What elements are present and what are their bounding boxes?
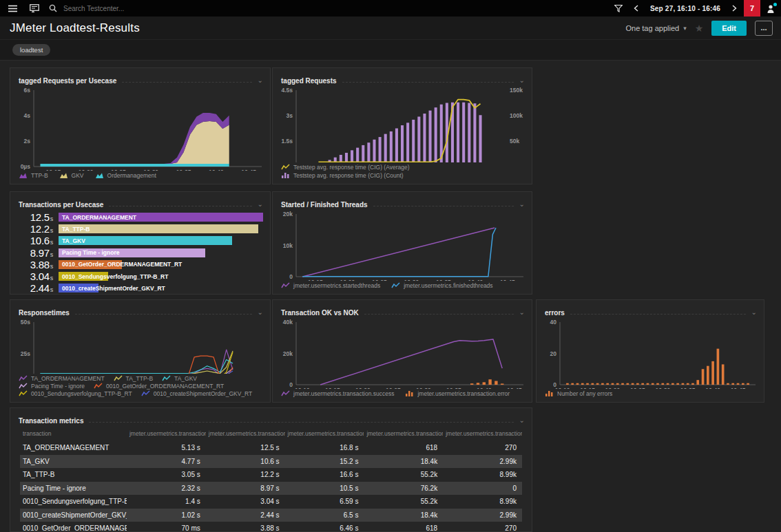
tag-filter-dropdown[interactable]: One tag applied ▾ bbox=[625, 24, 686, 32]
table-row[interactable]: 0010_Sendungsverfolgung_TTP-B_RT1.4 s3.0… bbox=[20, 495, 522, 509]
panel-collapse-icon[interactable]: ⌄ bbox=[519, 417, 525, 424]
svg-text:16:15: 16:15 bbox=[325, 387, 340, 389]
legend-item[interactable]: jmeter.usermetrics.transaction.error bbox=[405, 390, 510, 397]
table-cell-value: 16.8 s bbox=[285, 444, 364, 451]
filter-icon[interactable] bbox=[610, 0, 627, 17]
table-header-cell[interactable]: jmeter.usermetrics.transaction.meantime bbox=[206, 430, 285, 437]
hamburger-menu-icon[interactable] bbox=[4, 0, 21, 17]
panel-collapse-icon[interactable]: ⌄ bbox=[258, 309, 263, 316]
table-cell-value: 270 bbox=[443, 444, 522, 451]
table-cell-value: 0 bbox=[443, 485, 522, 492]
top-bar: Search Testcenter... Sep 27, 16:10 - 16:… bbox=[0, 0, 781, 17]
table-header-cell[interactable]: transaction bbox=[20, 430, 127, 437]
legend-item[interactable]: Pacing Time - ignore bbox=[19, 383, 85, 390]
usecase-bar-zone: 0010_createShipmentOrder_GKV_RT bbox=[59, 284, 263, 292]
table-row[interactable]: TA_GKV4.77 s10.6 s15.2 s18.4k2.99k bbox=[20, 455, 522, 469]
svg-text:16:10: 16:10 bbox=[555, 387, 570, 389]
svg-text:16:15: 16:15 bbox=[308, 279, 323, 281]
usecase-bar-row[interactable]: 3.88s0010_GetOrder_ORDERMANAGEMENT_RT bbox=[14, 259, 263, 270]
usecase-bar-label: TA_ORDERMANAGEMENT bbox=[62, 214, 136, 221]
svg-text:3s: 3s bbox=[287, 112, 293, 119]
svg-text:16:40: 16:40 bbox=[209, 169, 224, 171]
usecase-bar-row[interactable]: 12.2sTA_TTP-B bbox=[14, 223, 263, 235]
svg-text:16:35: 16:35 bbox=[446, 387, 461, 389]
panel-collapse-icon[interactable]: ⌄ bbox=[258, 201, 263, 208]
usecase-bar-row[interactable]: 8.97sPacing Time - ignore bbox=[14, 247, 263, 259]
usecase-bar-row[interactable]: 2.44s0010_createShipmentOrder_GKV_RT bbox=[14, 282, 263, 294]
table-header-cell[interactable]: jmeter.usermetrics.transaction.hits bbox=[364, 430, 443, 437]
top-bar-right: Sep 27, 16:10 - 16:46 7 bbox=[610, 0, 781, 17]
svg-text:16:35: 16:35 bbox=[680, 387, 696, 389]
table-row[interactable]: 0010_createShipmentOrder_GKV_RT1.02 s2.4… bbox=[20, 509, 522, 522]
legend-label: 0010_GetOrder_ORDERMANAGEMENT_RT bbox=[106, 383, 224, 390]
table-header-cell[interactable]: jmeter.usermetrics.transaction.mintime bbox=[127, 430, 206, 437]
legend-item[interactable]: TA_GKV bbox=[162, 375, 197, 382]
dashboards-icon[interactable] bbox=[26, 0, 43, 17]
legend-item[interactable]: Teststep avg. response time (CIG) (Count… bbox=[281, 172, 404, 179]
legend-item[interactable]: TA_TTP-B bbox=[114, 375, 154, 382]
table-cell-value: 70 ms bbox=[127, 524, 206, 531]
panel-collapse-icon[interactable]: ⌄ bbox=[258, 77, 263, 84]
panel-transaction-ok-nok: Transaction OK vs NOK ⌄ 020k40k16:1016:1… bbox=[272, 299, 532, 403]
legend-item[interactable]: Teststep avg. response time (CIG) (Avera… bbox=[281, 164, 410, 171]
usecase-bar-label: 0010_createShipmentOrder_GKV_RT bbox=[62, 285, 165, 292]
timeframe-prev-icon[interactable] bbox=[628, 0, 645, 17]
legend-item[interactable]: 0010_Sendungsverfolgung_TTP-B_RT bbox=[19, 390, 132, 397]
legend-item[interactable]: Ordermanagement bbox=[95, 172, 156, 179]
area-legend-icon bbox=[19, 172, 28, 179]
legend-item[interactable]: jmeter.usermetrics.transaction.success bbox=[281, 390, 394, 397]
panel-collapse-icon[interactable]: ⌄ bbox=[751, 309, 757, 316]
table-cell-value: 3.88 s bbox=[206, 524, 285, 531]
svg-text:4.5s: 4.5s bbox=[281, 87, 293, 94]
more-options-button[interactable]: ... bbox=[755, 21, 773, 36]
svg-text:100k: 100k bbox=[510, 112, 523, 119]
table-cell-value: 15.2 s bbox=[285, 458, 364, 465]
search-icon bbox=[48, 0, 58, 17]
legend-label: 0010_createShipmentOrder_GKV_RT bbox=[154, 390, 252, 397]
chart-legend: jmeter.usermetrics.transaction.successjm… bbox=[273, 389, 532, 402]
legend-item[interactable]: TA_ORDERMANAGEMENT bbox=[19, 375, 105, 382]
chart-legend: Teststep avg. response time (CIG) (Avera… bbox=[273, 162, 532, 184]
legend-item[interactable]: jmeter.usermetrics.finishedthreads bbox=[391, 282, 492, 289]
line-legend-icon bbox=[281, 390, 290, 397]
panel-collapse-icon[interactable]: ⌄ bbox=[519, 309, 525, 316]
user-menu-icon[interactable] bbox=[762, 0, 780, 17]
panel-title: tagged Requests per Usecase bbox=[19, 77, 116, 85]
legend-item[interactable]: Number of any errors bbox=[545, 390, 612, 397]
table-header-cell[interactable]: jmeter.usermetrics.transaction.error bbox=[443, 430, 522, 437]
legend-item[interactable]: 0010_GetOrder_ORDERMANAGEMENT_RT bbox=[94, 383, 224, 390]
table-cell-value: 5.13 s bbox=[127, 444, 206, 451]
table-row[interactable]: Pacing Time - ignore2.32 s8.97 s10.5 s76… bbox=[20, 482, 522, 496]
svg-text:16:40: 16:40 bbox=[477, 387, 492, 389]
table-row[interactable]: TA_TTP-B3.05 s12.2 s16.6 s55.2k8.99k bbox=[20, 468, 522, 482]
timeframe-label[interactable]: Sep 27, 16:10 - 16:46 bbox=[646, 5, 725, 12]
usecase-value: 3.88s bbox=[14, 259, 53, 270]
legend-item[interactable]: 0010_createShipmentOrder_GKV_RT bbox=[141, 390, 252, 397]
usecase-bar-row[interactable]: 3.04s0010_Sendungsverfolgung_TTP-B_RT bbox=[14, 270, 263, 282]
notification-badge[interactable]: 7 bbox=[744, 0, 760, 17]
table-cell-transaction: Pacing Time - ignore bbox=[20, 485, 127, 492]
table-row[interactable]: TA_ORDERMANAGEMENT5.13 s12.5 s16.8 s6182… bbox=[20, 441, 522, 455]
usecase-bar-row[interactable]: 12.5sTA_ORDERMANAGEMENT bbox=[14, 211, 263, 223]
panel-collapse-icon[interactable]: ⌄ bbox=[519, 201, 525, 208]
legend-label: Teststep avg. response time (CIG) (Avera… bbox=[293, 164, 410, 171]
table-cell-transaction: 0010_Sendungsverfolgung_TTP-B_RT bbox=[20, 498, 127, 505]
legend-item[interactable]: GKV bbox=[59, 172, 84, 179]
legend-item[interactable]: TTP-B bbox=[19, 172, 48, 179]
favorite-star-icon[interactable]: ★ bbox=[695, 23, 704, 33]
tag-chip-loadtest[interactable]: loadtest bbox=[12, 44, 50, 56]
legend-label: GKV bbox=[72, 172, 84, 179]
panel-header: Transaction OK vs NOK ⌄ bbox=[273, 300, 532, 317]
panel-collapse-icon[interactable]: ⌄ bbox=[519, 77, 525, 84]
search-field[interactable]: Search Testcenter... bbox=[48, 0, 124, 17]
svg-text:20k: 20k bbox=[283, 211, 293, 217]
legend-item[interactable]: jmeter.usermetrics.startedthreads bbox=[281, 282, 380, 289]
chart-responsetimes: 0µs25s50s16:1516:2016:2516:3016:3516:401… bbox=[10, 317, 270, 374]
table-header-cell[interactable]: jmeter.usermetrics.transaction.maxtime bbox=[285, 430, 364, 437]
table-row[interactable]: 0010_GetOrder_ORDERMANAGEMENT_RT70 ms3.8… bbox=[20, 522, 522, 531]
edit-button[interactable]: Edit bbox=[711, 21, 747, 36]
usecase-unit: s bbox=[50, 263, 53, 270]
chart-legend: Number of any errors bbox=[537, 389, 764, 402]
usecase-bar-row[interactable]: 10.6sTA_GKV bbox=[14, 235, 263, 246]
timeframe-next-icon[interactable] bbox=[726, 0, 742, 17]
